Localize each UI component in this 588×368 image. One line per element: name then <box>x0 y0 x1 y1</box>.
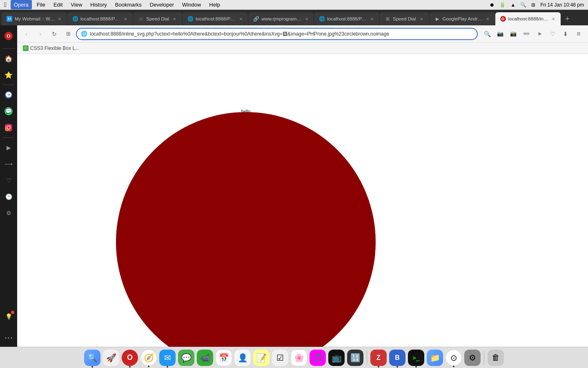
download-button[interactable]: ⬇ <box>559 28 572 40</box>
menu-edit[interactable]: Edit <box>50 0 66 9</box>
sidebar-item-history[interactable]: 🕐 <box>1 189 16 204</box>
dock-finder2[interactable]: 📁 <box>427 350 443 366</box>
tab-favicon-rjm: 🔗 <box>253 16 259 22</box>
sidebar-opera-logo[interactable]: O <box>1 29 16 43</box>
tab-favicon-opera-active: O <box>500 16 506 22</box>
dock-terminal[interactable]: >_ <box>408 350 424 366</box>
forward-button[interactable]: › <box>34 28 47 40</box>
tab-label: Speed Dial <box>146 16 169 21</box>
screenshot-button[interactable]: 📸 <box>507 28 519 40</box>
tab-localhost-1[interactable]: 🌐 localhost:8888/PHP/c... ✕ <box>67 12 133 25</box>
sidebar-item-heart[interactable]: ♡ <box>1 173 16 188</box>
sidebar-item-instagram[interactable] <box>1 120 16 135</box>
search-button[interactable]: 🔍 <box>481 28 493 40</box>
tab-label: Speed Dial <box>393 16 416 21</box>
vr-button[interactable]: 👓 <box>520 28 532 40</box>
snapshot-button[interactable]: 📷 <box>494 28 506 40</box>
sidebar-item-messenger[interactable] <box>1 88 16 102</box>
dock-finder[interactable]: 🔍 <box>84 350 100 366</box>
tab-label: localhost:8888/PHP/c... <box>80 16 120 21</box>
tab-my-webmail[interactable]: M My Webmail :: Welco... ✕ <box>2 12 67 25</box>
menu-bookmarks[interactable]: Bookmarks <box>112 0 145 9</box>
tab-localhost-3[interactable]: 🌐 localhost:8888/PHP/... ✕ <box>314 12 379 25</box>
send-button[interactable]: ➤ <box>533 28 546 40</box>
tab-favicon-mail: M <box>7 16 12 22</box>
menu-view[interactable]: View <box>67 0 85 9</box>
tab-localhost-2[interactable]: 🌐 localhost:8888/PHP/c... ✕ <box>183 12 248 25</box>
dock-launchpad[interactable]: 🚀 <box>103 350 119 366</box>
menubar:  Opera File Edit View History Bookmarks… <box>0 0 588 10</box>
tab-close-btn[interactable]: ✕ <box>304 16 309 22</box>
dock-photos[interactable]: 🌸 <box>291 350 307 366</box>
dock-appletv[interactable]: 📺 <box>328 350 345 366</box>
menu-history[interactable]: History <box>87 0 110 9</box>
tab-speed-dial-1[interactable]: ⊞ Speed Dial ✕ <box>133 12 182 25</box>
back-button[interactable]: ‹ <box>20 28 33 40</box>
tab-close-btn[interactable]: ✕ <box>238 16 243 22</box>
tab-close-btn[interactable]: ✕ <box>485 16 490 22</box>
dock-system-prefs[interactable]: ⚙ <box>464 350 481 366</box>
dock-separator <box>367 351 367 365</box>
sidebar-more-button[interactable]: • • • <box>1 330 16 345</box>
dock-notes[interactable]: 📝 <box>253 350 270 366</box>
address-globe-icon: 🌐 <box>81 31 87 37</box>
sidebar: O 🏠 ⭐ 💬 ▶ ⟶ ♡ 🕐 ⚙ 💡 <box>0 25 17 347</box>
dock-messages[interactable]: 💬 <box>178 350 194 366</box>
record-icon: ⏺ <box>490 2 494 8</box>
svg-text:O: O <box>7 33 10 39</box>
apple-menu[interactable]:  <box>4 1 7 9</box>
menu-help[interactable]: Help <box>206 0 223 9</box>
dock-facetime[interactable]: 📹 <box>197 350 213 366</box>
address-bar[interactable]: 🌐 localhost:8888/inline_svg.php?uctext=h… <box>76 28 478 40</box>
sidebar-item-settings[interactable]: ⚙ <box>1 206 16 220</box>
sidebar-divider-3 <box>3 137 14 138</box>
refresh-button[interactable]: ↻ <box>48 28 60 40</box>
tab-grid-button[interactable]: ⊞ <box>62 28 74 40</box>
new-tab-button[interactable]: + <box>562 13 573 25</box>
sidebar-item-whatsapp[interactable]: 💬 <box>1 104 16 119</box>
datetime: Fri 14 Jan 10:48 pm <box>540 2 584 8</box>
tab-localhost-inline[interactable]: O localhost:8888/inline... ✕ <box>495 12 561 25</box>
dock-bbedit[interactable]: B <box>389 350 405 366</box>
sidebar-item-player[interactable]: ▶ <box>1 140 16 155</box>
sidebar-item-home[interactable]: 🏠 <box>1 51 16 66</box>
tab-close-btn[interactable]: ✕ <box>370 16 374 22</box>
menu-file[interactable]: File <box>33 0 49 9</box>
menu-opera[interactable]: Opera <box>11 0 32 9</box>
control-center-icon[interactable]: ⊞ <box>531 2 535 8</box>
dock: 🔍 🚀 O 🧭 ✉ 💬 📹 📅 👤 📝 ☑ 🌸 🎵 📺 🔢 Z B >_ 📁 ⊙… <box>0 347 588 368</box>
sidebar-item-flows[interactable]: ⟶ <box>1 157 16 171</box>
sidebar-item-bookmarks[interactable]: ⭐ <box>1 67 16 82</box>
sidebar-divider-2 <box>3 85 14 85</box>
heart-button[interactable]: ♡ <box>546 28 559 40</box>
tab-close-btn[interactable]: ✕ <box>57 16 62 22</box>
dock-opera[interactable]: O <box>122 350 138 366</box>
page-content: hello there bonjour there <box>17 54 588 347</box>
dock-reminders[interactable]: ☑ <box>272 350 288 366</box>
tab-speed-dial-2[interactable]: ⊞ Speed Dial ✕ <box>380 12 429 25</box>
dock-chrome[interactable]: ⊙ <box>445 350 462 366</box>
tab-close-btn[interactable]: ✕ <box>550 16 555 22</box>
tab-close-btn[interactable]: ✕ <box>123 16 128 22</box>
dock-calendar[interactable]: 📅 <box>216 350 232 366</box>
tab-label: localhost:8888/PHP/c... <box>196 16 236 21</box>
dock-contacts[interactable]: 👤 <box>234 350 251 366</box>
dock-trash[interactable]: 🗑 <box>488 350 504 366</box>
menu-button[interactable]: ≡ <box>572 28 585 40</box>
dock-music[interactable]: 🎵 <box>310 350 326 366</box>
tab-favicon-gplay: ▶ <box>434 16 440 22</box>
bookmark-css3[interactable]: C CSS3 Flexible Box L... <box>20 45 82 52</box>
dock-filezilla[interactable]: Z <box>370 350 387 366</box>
dock-calculator[interactable]: 🔢 <box>347 350 363 366</box>
search-icon[interactable]: 🔍 <box>520 2 526 8</box>
menu-developer[interactable]: Developer <box>147 0 177 9</box>
dock-safari[interactable]: 🧭 <box>140 350 157 366</box>
tab-close-btn[interactable]: ✕ <box>172 16 177 22</box>
toolbar-right: 🔍 📷 📸 👓 ➤ ♡ ⬇ ≡ <box>481 28 585 40</box>
dock-mail[interactable]: ✉ <box>159 350 176 366</box>
tab-rjm[interactable]: 🔗 www.rjmprogramming... ✕ <box>248 12 314 25</box>
sidebar-item-tips[interactable]: 💡 <box>1 309 16 324</box>
tab-close-btn[interactable]: ✕ <box>419 16 424 22</box>
menu-window[interactable]: Window <box>179 0 204 9</box>
tab-googleplay[interactable]: ▶ GooglePlay AndroidA... ✕ <box>430 12 495 25</box>
